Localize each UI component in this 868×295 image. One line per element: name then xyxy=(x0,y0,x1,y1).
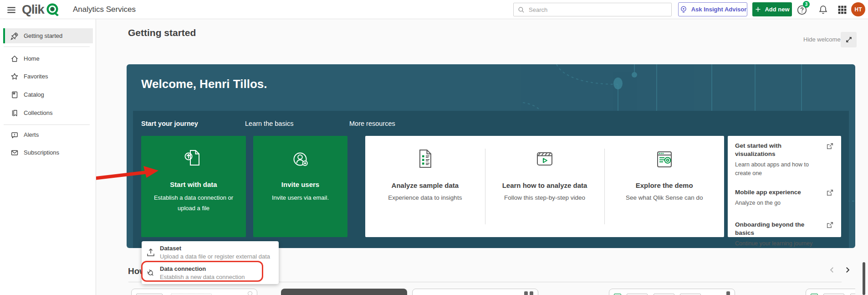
sample-data-document-icon xyxy=(412,147,438,172)
resource-link-onboarding[interactable]: Onboarding beyond the basics Continue yo… xyxy=(735,221,834,248)
menu-item-title: Data connection xyxy=(160,265,245,273)
waffle-grid-icon xyxy=(837,4,848,16)
video-icon xyxy=(532,147,557,172)
invite-users-card[interactable]: Invite users Invite users via email. xyxy=(253,136,347,237)
app-title: Analytics Services xyxy=(73,0,136,19)
envelope-icon xyxy=(10,148,19,157)
rocket-icon xyxy=(10,31,19,41)
plug-icon xyxy=(146,268,156,278)
chevron-right-icon xyxy=(843,266,852,274)
bell-icon xyxy=(817,4,829,16)
menu-item-dataset[interactable]: Dataset Upload a data file or register e… xyxy=(142,242,279,263)
resource-link-visualizations[interactable]: Get started with visualizations Learn ab… xyxy=(735,142,834,178)
expand-welcome-button[interactable] xyxy=(841,32,857,47)
video-thumbnail[interactable]: Qlik Analytics Services xyxy=(281,289,407,295)
sidebar-item-label: Favorites xyxy=(24,73,48,80)
card-subtitle: Follow this step-by-step video xyxy=(485,194,605,201)
search-box[interactable] xyxy=(513,3,672,16)
chevron-left-icon xyxy=(828,266,836,274)
add-new-label: Add new xyxy=(765,6,789,13)
welcome-banner: Welcome, Henri Tillos. Start your journe… xyxy=(127,64,855,248)
external-link-icon xyxy=(826,221,834,229)
user-avatar[interactable]: HT xyxy=(851,2,865,16)
video-thumbnail[interactable] xyxy=(609,289,735,295)
external-link-icon xyxy=(826,189,834,197)
sidebar-item-label: Subscriptions xyxy=(24,149,59,156)
notifications-button[interactable] xyxy=(817,4,829,16)
book-icon xyxy=(10,90,19,99)
notification-count-badge: 3 xyxy=(803,1,810,8)
bookmark-icon xyxy=(10,109,19,118)
resource-title: Mobile app experience xyxy=(735,188,822,197)
resource-title: Get started with visualizations xyxy=(735,142,822,158)
demo-browser-icon xyxy=(652,147,677,172)
menu-item-title: Dataset xyxy=(160,244,270,253)
section-learn-the-basics: Learn the basics xyxy=(245,120,293,127)
add-new-dropdown-menu: Dataset Upload a data file or register e… xyxy=(142,241,279,284)
card-title: Learn how to analyze data xyxy=(485,181,605,189)
expand-icon xyxy=(844,35,853,44)
learn-how-to-analyze-item[interactable]: Learn how to analyze data Follow this st… xyxy=(485,136,605,237)
card-title: Explore the demo xyxy=(604,181,724,189)
sidebar-item-catalog[interactable]: Catalog xyxy=(3,87,93,102)
resource-links-card: Get started with visualizations Learn ab… xyxy=(728,136,841,237)
scrollbar-thumb[interactable] xyxy=(863,262,865,295)
video-thumbnail[interactable] xyxy=(131,289,257,295)
section-start-your-journey: Start your journey xyxy=(141,120,198,127)
star-icon xyxy=(10,72,19,81)
sidebar-item-getting-started[interactable]: Getting started xyxy=(3,28,93,43)
ask-insight-advisor-button[interactable]: Ask Insight Advisor xyxy=(678,2,747,16)
carousel-prev-button[interactable] xyxy=(827,265,837,275)
analyze-sample-data-item[interactable]: Analyze sample data Experience data to i… xyxy=(365,136,485,237)
search-input[interactable] xyxy=(529,6,668,13)
menu-item-subtitle: Upload a data file or register external … xyxy=(160,253,270,261)
card-title: Analyze sample data xyxy=(365,181,485,189)
carousel-next-button[interactable] xyxy=(842,265,853,275)
sidebar-item-label: Catalog xyxy=(24,91,44,98)
sidebar-item-label: Alerts xyxy=(24,131,39,138)
page-title: Getting started xyxy=(128,27,196,38)
home-icon xyxy=(10,54,19,63)
card-title: Invite users xyxy=(253,181,347,188)
ask-insight-advisor-label: Ask Insight Advisor xyxy=(691,6,747,13)
plus-icon xyxy=(755,6,761,13)
sidebar-item-alerts[interactable]: Alerts xyxy=(3,127,93,142)
qlik-logo-q-icon xyxy=(46,2,60,17)
sidebar-item-label: Home xyxy=(24,55,40,62)
menu-item-data-connection[interactable]: Data connection Establish a new data con… xyxy=(142,263,279,283)
resource-subtitle: Continue your learning journey xyxy=(735,239,822,248)
video-thumbnail-row: Qlik Analytics Services xyxy=(0,289,855,295)
hamburger-menu-icon[interactable] xyxy=(5,4,17,16)
sidebar-divider xyxy=(4,124,90,125)
sidebar-item-collections[interactable]: Collections xyxy=(3,105,93,120)
resource-title: Onboarding beyond the basics xyxy=(735,221,822,237)
welcome-message: Welcome, Henri Tillos. xyxy=(141,77,267,91)
resource-link-mobile-app[interactable]: Mobile app experience Analyze on the go xyxy=(735,188,834,207)
top-bar: Qlik Analytics Services Ask Insight Advi… xyxy=(0,0,868,19)
hide-welcome-link[interactable]: Hide welcome xyxy=(803,36,841,43)
sidebar-item-label: Getting started xyxy=(24,32,62,39)
app-launcher-button[interactable] xyxy=(837,4,848,16)
qlik-wordmark: Qlik xyxy=(22,2,44,17)
menu-item-subtitle: Establish a new data connection xyxy=(160,273,245,281)
video-thumbnail[interactable] xyxy=(412,289,538,295)
invite-user-icon xyxy=(288,147,313,172)
add-new-button[interactable]: Add new xyxy=(752,2,792,16)
more-resources-card: Analyze sample data Experience data to i… xyxy=(365,136,724,237)
section-more-resources: More resources xyxy=(349,120,395,127)
resource-subtitle: Analyze on the go xyxy=(735,199,822,207)
sidebar-item-label: Collections xyxy=(24,109,53,116)
resource-subtitle: Learn about apps and how to create one xyxy=(735,160,822,178)
insight-advisor-icon xyxy=(679,5,688,14)
qlik-logo[interactable]: Qlik xyxy=(22,2,60,17)
sidebar-nav: Getting started Home Favorites Catalog C… xyxy=(0,19,96,295)
search-icon xyxy=(517,6,525,14)
video-thumbnail[interactable] xyxy=(806,289,855,295)
card-subtitle: Experience data to insights xyxy=(365,194,485,201)
sidebar-item-home[interactable]: Home xyxy=(3,51,93,66)
file-upload-icon xyxy=(181,147,206,172)
sidebar-item-favorites[interactable]: Favorites xyxy=(3,69,93,84)
external-link-icon xyxy=(826,142,834,150)
explore-demo-item[interactable]: Explore the demo See what Qlik Sense can… xyxy=(604,136,724,237)
sidebar-item-subscriptions[interactable]: Subscriptions xyxy=(3,145,93,160)
